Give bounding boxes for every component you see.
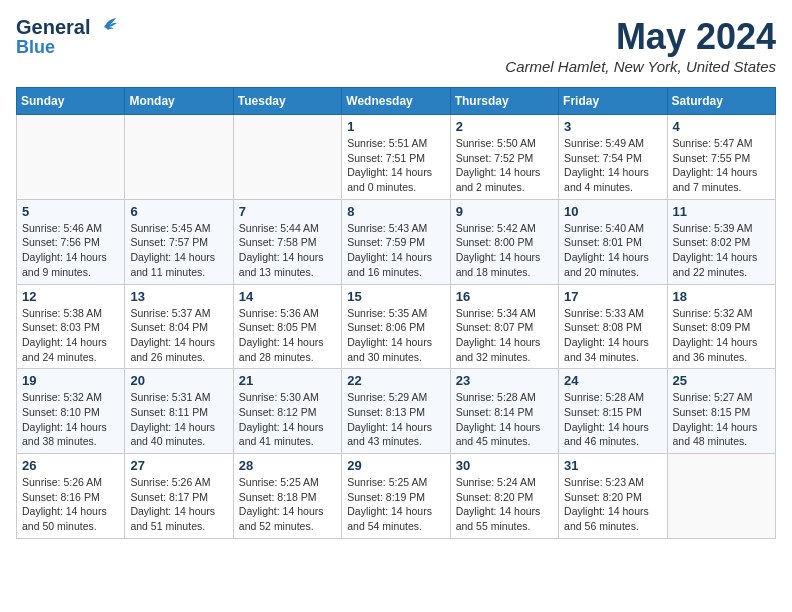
day-number: 30: [456, 458, 553, 473]
day-number: 20: [130, 373, 227, 388]
day-number: 11: [673, 204, 770, 219]
day-number: 21: [239, 373, 336, 388]
day-number: 14: [239, 289, 336, 304]
col-header-monday: Monday: [125, 88, 233, 115]
logo-blue: Blue: [16, 38, 55, 58]
day-info: Sunrise: 5:36 AM Sunset: 8:05 PM Dayligh…: [239, 306, 336, 365]
calendar-cell: 12Sunrise: 5:38 AM Sunset: 8:03 PM Dayli…: [17, 284, 125, 369]
day-info: Sunrise: 5:26 AM Sunset: 8:17 PM Dayligh…: [130, 475, 227, 534]
day-info: Sunrise: 5:25 AM Sunset: 8:19 PM Dayligh…: [347, 475, 444, 534]
calendar-cell: 3Sunrise: 5:49 AM Sunset: 7:54 PM Daylig…: [559, 115, 667, 200]
day-info: Sunrise: 5:26 AM Sunset: 8:16 PM Dayligh…: [22, 475, 119, 534]
day-info: Sunrise: 5:28 AM Sunset: 8:14 PM Dayligh…: [456, 390, 553, 449]
day-number: 1: [347, 119, 444, 134]
day-info: Sunrise: 5:44 AM Sunset: 7:58 PM Dayligh…: [239, 221, 336, 280]
day-number: 8: [347, 204, 444, 219]
calendar-cell: [17, 115, 125, 200]
calendar-cell: 24Sunrise: 5:28 AM Sunset: 8:15 PM Dayli…: [559, 369, 667, 454]
day-number: 18: [673, 289, 770, 304]
day-info: Sunrise: 5:27 AM Sunset: 8:15 PM Dayligh…: [673, 390, 770, 449]
day-number: 16: [456, 289, 553, 304]
day-number: 17: [564, 289, 661, 304]
day-info: Sunrise: 5:49 AM Sunset: 7:54 PM Dayligh…: [564, 136, 661, 195]
day-number: 7: [239, 204, 336, 219]
day-info: Sunrise: 5:30 AM Sunset: 8:12 PM Dayligh…: [239, 390, 336, 449]
day-info: Sunrise: 5:24 AM Sunset: 8:20 PM Dayligh…: [456, 475, 553, 534]
calendar-cell: 30Sunrise: 5:24 AM Sunset: 8:20 PM Dayli…: [450, 454, 558, 539]
calendar-cell: [125, 115, 233, 200]
col-header-tuesday: Tuesday: [233, 88, 341, 115]
page-header: General Blue May 2024 Carmel Hamlet, New…: [16, 16, 776, 75]
logo-bird-icon: [90, 17, 118, 37]
calendar-cell: 27Sunrise: 5:26 AM Sunset: 8:17 PM Dayli…: [125, 454, 233, 539]
day-number: 26: [22, 458, 119, 473]
location-subtitle: Carmel Hamlet, New York, United States: [505, 58, 776, 75]
day-number: 4: [673, 119, 770, 134]
logo-general: General: [16, 16, 90, 38]
calendar-cell: 29Sunrise: 5:25 AM Sunset: 8:19 PM Dayli…: [342, 454, 450, 539]
day-info: Sunrise: 5:29 AM Sunset: 8:13 PM Dayligh…: [347, 390, 444, 449]
calendar-cell: 16Sunrise: 5:34 AM Sunset: 8:07 PM Dayli…: [450, 284, 558, 369]
calendar-cell: 23Sunrise: 5:28 AM Sunset: 8:14 PM Dayli…: [450, 369, 558, 454]
logo: General Blue: [16, 16, 118, 58]
col-header-wednesday: Wednesday: [342, 88, 450, 115]
day-info: Sunrise: 5:25 AM Sunset: 8:18 PM Dayligh…: [239, 475, 336, 534]
calendar-cell: 6Sunrise: 5:45 AM Sunset: 7:57 PM Daylig…: [125, 199, 233, 284]
calendar-cell: 26Sunrise: 5:26 AM Sunset: 8:16 PM Dayli…: [17, 454, 125, 539]
calendar-cell: 10Sunrise: 5:40 AM Sunset: 8:01 PM Dayli…: [559, 199, 667, 284]
day-number: 27: [130, 458, 227, 473]
calendar-cell: [233, 115, 341, 200]
title-area: May 2024 Carmel Hamlet, New York, United…: [505, 16, 776, 75]
calendar-cell: 18Sunrise: 5:32 AM Sunset: 8:09 PM Dayli…: [667, 284, 775, 369]
calendar-cell: 1Sunrise: 5:51 AM Sunset: 7:51 PM Daylig…: [342, 115, 450, 200]
calendar-cell: 4Sunrise: 5:47 AM Sunset: 7:55 PM Daylig…: [667, 115, 775, 200]
calendar-cell: 22Sunrise: 5:29 AM Sunset: 8:13 PM Dayli…: [342, 369, 450, 454]
calendar-cell: [667, 454, 775, 539]
day-info: Sunrise: 5:31 AM Sunset: 8:11 PM Dayligh…: [130, 390, 227, 449]
day-info: Sunrise: 5:39 AM Sunset: 8:02 PM Dayligh…: [673, 221, 770, 280]
month-year-title: May 2024: [505, 16, 776, 58]
calendar-cell: 5Sunrise: 5:46 AM Sunset: 7:56 PM Daylig…: [17, 199, 125, 284]
day-number: 25: [673, 373, 770, 388]
calendar-cell: 15Sunrise: 5:35 AM Sunset: 8:06 PM Dayli…: [342, 284, 450, 369]
calendar-table: SundayMondayTuesdayWednesdayThursdayFrid…: [16, 87, 776, 539]
day-number: 23: [456, 373, 553, 388]
calendar-cell: 9Sunrise: 5:42 AM Sunset: 8:00 PM Daylig…: [450, 199, 558, 284]
col-header-saturday: Saturday: [667, 88, 775, 115]
calendar-cell: 25Sunrise: 5:27 AM Sunset: 8:15 PM Dayli…: [667, 369, 775, 454]
day-number: 22: [347, 373, 444, 388]
day-number: 24: [564, 373, 661, 388]
day-info: Sunrise: 5:51 AM Sunset: 7:51 PM Dayligh…: [347, 136, 444, 195]
calendar-week-row: 26Sunrise: 5:26 AM Sunset: 8:16 PM Dayli…: [17, 454, 776, 539]
calendar-cell: 2Sunrise: 5:50 AM Sunset: 7:52 PM Daylig…: [450, 115, 558, 200]
calendar-week-row: 12Sunrise: 5:38 AM Sunset: 8:03 PM Dayli…: [17, 284, 776, 369]
day-number: 13: [130, 289, 227, 304]
day-number: 9: [456, 204, 553, 219]
day-info: Sunrise: 5:34 AM Sunset: 8:07 PM Dayligh…: [456, 306, 553, 365]
day-number: 5: [22, 204, 119, 219]
col-header-friday: Friday: [559, 88, 667, 115]
calendar-cell: 21Sunrise: 5:30 AM Sunset: 8:12 PM Dayli…: [233, 369, 341, 454]
col-header-sunday: Sunday: [17, 88, 125, 115]
day-info: Sunrise: 5:32 AM Sunset: 8:10 PM Dayligh…: [22, 390, 119, 449]
calendar-cell: 28Sunrise: 5:25 AM Sunset: 8:18 PM Dayli…: [233, 454, 341, 539]
calendar-cell: 7Sunrise: 5:44 AM Sunset: 7:58 PM Daylig…: [233, 199, 341, 284]
day-info: Sunrise: 5:35 AM Sunset: 8:06 PM Dayligh…: [347, 306, 444, 365]
calendar-cell: 20Sunrise: 5:31 AM Sunset: 8:11 PM Dayli…: [125, 369, 233, 454]
day-info: Sunrise: 5:43 AM Sunset: 7:59 PM Dayligh…: [347, 221, 444, 280]
calendar-week-row: 1Sunrise: 5:51 AM Sunset: 7:51 PM Daylig…: [17, 115, 776, 200]
day-info: Sunrise: 5:42 AM Sunset: 8:00 PM Dayligh…: [456, 221, 553, 280]
day-number: 28: [239, 458, 336, 473]
day-info: Sunrise: 5:50 AM Sunset: 7:52 PM Dayligh…: [456, 136, 553, 195]
calendar-cell: 8Sunrise: 5:43 AM Sunset: 7:59 PM Daylig…: [342, 199, 450, 284]
day-number: 6: [130, 204, 227, 219]
day-number: 19: [22, 373, 119, 388]
day-number: 12: [22, 289, 119, 304]
calendar-week-row: 19Sunrise: 5:32 AM Sunset: 8:10 PM Dayli…: [17, 369, 776, 454]
calendar-cell: 14Sunrise: 5:36 AM Sunset: 8:05 PM Dayli…: [233, 284, 341, 369]
day-number: 3: [564, 119, 661, 134]
calendar-cell: 11Sunrise: 5:39 AM Sunset: 8:02 PM Dayli…: [667, 199, 775, 284]
calendar-week-row: 5Sunrise: 5:46 AM Sunset: 7:56 PM Daylig…: [17, 199, 776, 284]
calendar-cell: 31Sunrise: 5:23 AM Sunset: 8:20 PM Dayli…: [559, 454, 667, 539]
day-info: Sunrise: 5:45 AM Sunset: 7:57 PM Dayligh…: [130, 221, 227, 280]
